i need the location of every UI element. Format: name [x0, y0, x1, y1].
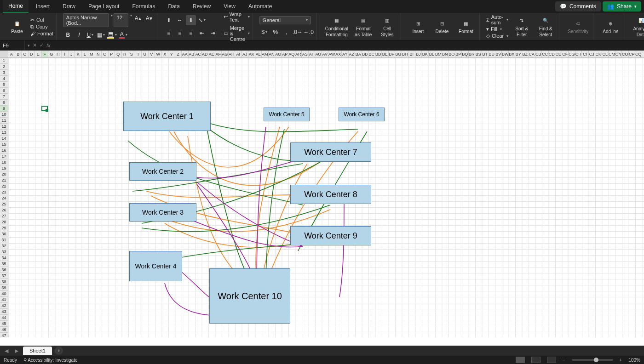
percent-button[interactable]: % [270, 27, 281, 37]
row-header[interactable]: 2 [0, 64, 8, 70]
col-header[interactable]: CF [562, 51, 569, 57]
col-header[interactable]: BB [362, 51, 369, 57]
col-header[interactable]: AS [302, 51, 309, 57]
col-header[interactable]: BE [382, 51, 389, 57]
col-header[interactable]: AV [322, 51, 329, 57]
row-header[interactable]: 14 [0, 136, 8, 142]
row-header[interactable]: 44 [0, 315, 8, 321]
col-header[interactable]: AF [215, 51, 222, 57]
col-header[interactable]: M [88, 51, 95, 57]
format-painter-button[interactable]: 🖌Format [30, 31, 53, 36]
col-header[interactable]: AY [342, 51, 349, 57]
font-name-select[interactable]: Aptos Narrow (Bod... [63, 13, 109, 27]
row-header[interactable]: 7 [0, 94, 8, 100]
shape-work-center-1[interactable]: Work Center 1 [123, 102, 211, 131]
col-header[interactable]: CE [555, 51, 562, 57]
col-header[interactable]: C [22, 51, 29, 57]
tab-draw[interactable]: Draw [57, 0, 81, 12]
row-header[interactable]: 3 [0, 70, 8, 76]
tab-automate[interactable]: Automate [243, 0, 277, 12]
italic-button[interactable]: I [74, 30, 84, 40]
sheet-nav-next[interactable]: ▶ [13, 348, 20, 354]
conditional-formatting-button[interactable]: ▦ConditionalFormatting [323, 15, 350, 38]
col-header[interactable]: BC [368, 51, 375, 57]
increase-decimal-button[interactable]: .0→ [293, 27, 303, 37]
zoom-in-button[interactable]: + [620, 358, 622, 363]
currency-button[interactable]: $▾ [259, 27, 270, 37]
name-box[interactable]: F9 [0, 40, 25, 50]
page-break-view-button[interactable] [547, 357, 556, 363]
cancel-icon[interactable]: ✕ [33, 42, 37, 48]
tab-insert[interactable]: Insert [30, 0, 55, 12]
col-header[interactable]: T [135, 51, 142, 57]
worksheet[interactable]: ABCDEFGHIJKLMNOPQRSTUVWXYZAAABACADAEAFAG… [0, 51, 644, 337]
row-header[interactable]: 35 [0, 261, 8, 267]
col-header[interactable]: CK [595, 51, 602, 57]
orientation-button[interactable]: ⤡▾ [197, 15, 207, 25]
row-header[interactable]: 39 [0, 285, 8, 291]
tab-home[interactable]: Home [3, 0, 29, 13]
col-header[interactable]: CD [549, 51, 556, 57]
shape-work-center-3[interactable]: Work Center 3 [129, 203, 196, 222]
fill-color-button[interactable]: ⬒▾ [107, 30, 117, 40]
copy-button[interactable]: ⧉Copy [30, 24, 53, 30]
col-header[interactable]: AL [255, 51, 262, 57]
shape-work-center-8[interactable]: Work Center 8 [290, 185, 371, 204]
col-header[interactable]: CN [615, 51, 622, 57]
col-header[interactable]: BR [469, 51, 476, 57]
align-top-button[interactable]: ⬆ [164, 15, 174, 25]
col-header[interactable]: G [48, 51, 55, 57]
row-header[interactable]: 47 [0, 333, 8, 337]
row-header[interactable]: 31 [0, 237, 8, 243]
col-header[interactable]: V [149, 51, 155, 57]
row-header[interactable]: 4 [0, 76, 8, 82]
col-header[interactable]: K [75, 51, 82, 57]
row-header[interactable]: 42 [0, 303, 8, 309]
sheet-nav-prev[interactable]: ◀ [3, 348, 10, 354]
shape-work-center-7[interactable]: Work Center 7 [290, 142, 371, 162]
col-header[interactable]: AU [315, 51, 322, 57]
wrap-text-button[interactable]: ↩Wrap Text▾ [224, 11, 250, 23]
row-header[interactable]: 22 [0, 183, 8, 189]
row-header[interactable]: 36 [0, 267, 8, 273]
zoom-out-button[interactable]: − [563, 358, 565, 363]
col-header[interactable]: J [69, 51, 75, 57]
comments-button[interactable]: 💬 Comments [555, 1, 601, 11]
col-header[interactable]: BV [495, 51, 502, 57]
col-header[interactable]: BX [509, 51, 516, 57]
row-header[interactable]: 29 [0, 225, 8, 231]
col-header[interactable]: AN [269, 51, 276, 57]
page-layout-view-button[interactable] [531, 357, 540, 363]
col-header[interactable]: CI [582, 51, 589, 57]
col-header[interactable]: CJ [589, 51, 596, 57]
row-header[interactable]: 32 [0, 243, 8, 249]
addins-button[interactable]: ⊕Add-ins [600, 18, 621, 35]
fill-button[interactable]: ▾Fill▾ [486, 26, 508, 32]
underline-button[interactable]: U▾ [85, 30, 95, 40]
row-header[interactable]: 41 [0, 297, 8, 303]
shape-work-center-6[interactable]: Work Center 6 [339, 108, 385, 121]
row-header[interactable]: 8 [0, 100, 8, 106]
shape-work-center-5[interactable]: Work Center 5 [264, 108, 310, 121]
font-color-button[interactable]: A▾ [118, 30, 128, 40]
col-header[interactable]: AB [189, 51, 196, 57]
row-header[interactable]: 1 [0, 58, 8, 64]
col-header[interactable]: D [29, 51, 35, 57]
col-header[interactable]: AM [262, 51, 269, 57]
select-all-corner[interactable] [0, 51, 8, 57]
col-header[interactable]: B [15, 51, 22, 57]
col-header[interactable]: BP [455, 51, 462, 57]
row-header[interactable]: 21 [0, 177, 8, 183]
col-header[interactable]: AT [309, 51, 316, 57]
merge-centre-button[interactable]: ▭Merge & Centre▾ [224, 25, 250, 42]
col-header[interactable]: CM [609, 51, 615, 57]
col-header[interactable]: AQ [288, 51, 295, 57]
col-header[interactable]: BQ [462, 51, 469, 57]
number-format-select[interactable]: General▾ [259, 16, 311, 24]
col-header[interactable]: AG [222, 51, 229, 57]
col-header[interactable]: AH [229, 51, 236, 57]
row-header[interactable]: 11 [0, 118, 8, 124]
comma-button[interactable]: , [282, 27, 292, 37]
tab-review[interactable]: Review [187, 0, 216, 12]
bold-button[interactable]: B [63, 30, 73, 40]
